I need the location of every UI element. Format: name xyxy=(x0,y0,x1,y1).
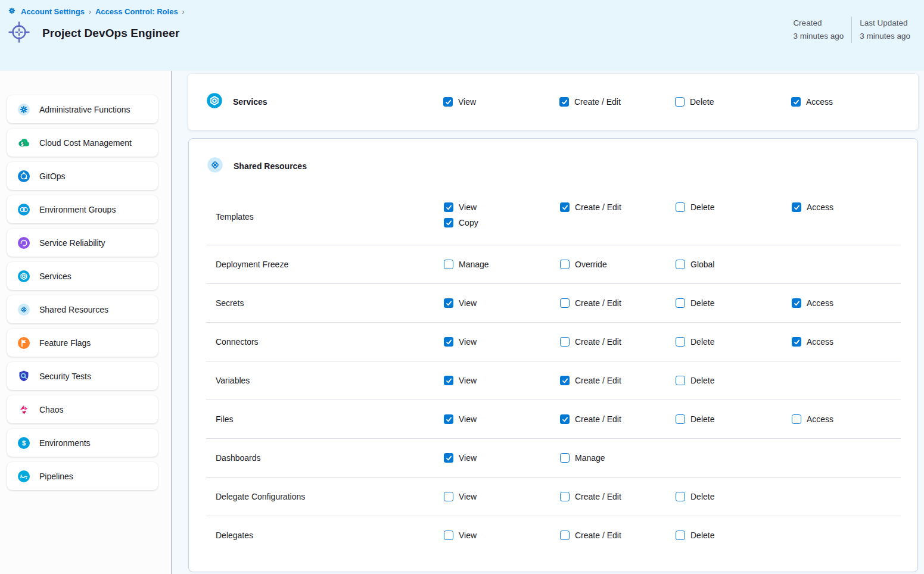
permission-label: View xyxy=(459,492,477,501)
sidebar-item-cloud-cost-management[interactable]: $Cloud Cost Management xyxy=(7,129,158,157)
permission-row-files: FilesViewCreate / EditDeleteAccess xyxy=(189,400,917,438)
view-checkbox[interactable] xyxy=(444,453,453,463)
access-checkbox[interactable] xyxy=(792,298,801,308)
create-edit-checkbox[interactable] xyxy=(560,531,570,540)
permission-label: Create / Edit xyxy=(575,202,621,212)
permission-label: Access xyxy=(807,414,833,424)
page-header: Account Settings › Access Control: Roles… xyxy=(0,0,924,71)
permission-label: Delete xyxy=(690,337,714,347)
breadcrumb-separator-icon: › xyxy=(89,8,91,16)
delete-checkbox[interactable] xyxy=(676,414,685,424)
view-checkbox[interactable] xyxy=(444,298,453,308)
sidebar-item-shared-resources[interactable]: Shared Resources xyxy=(7,295,158,323)
resource-categories-sidebar: Administrative Functions$Cloud Cost Mana… xyxy=(0,71,172,574)
permission-cell: ViewCopy xyxy=(444,188,560,227)
breadcrumb-access-control-roles[interactable]: Access Control: Roles xyxy=(95,7,178,16)
override-checkbox[interactable] xyxy=(560,260,570,269)
create-edit-checkbox[interactable] xyxy=(560,492,570,501)
permission-cell: Delete xyxy=(675,97,791,107)
permission-cell: View xyxy=(444,531,560,540)
view-checkbox[interactable] xyxy=(444,376,453,385)
permission-label: View xyxy=(459,414,477,424)
access-checkbox[interactable] xyxy=(792,337,801,347)
permission-create-edit: Create / Edit xyxy=(560,376,676,385)
create-edit-checkbox[interactable] xyxy=(560,202,570,212)
permission-view: View xyxy=(444,337,560,347)
breadcrumb-separator-icon: › xyxy=(182,8,185,16)
permission-label: View xyxy=(458,97,476,107)
create-edit-checkbox[interactable] xyxy=(559,97,569,107)
create-edit-checkbox[interactable] xyxy=(560,337,570,347)
role-title-row: Project DevOps Engineer xyxy=(7,20,914,46)
delete-checkbox[interactable] xyxy=(676,376,685,385)
delete-checkbox[interactable] xyxy=(676,337,685,347)
sidebar-item-label: Chaos xyxy=(39,405,63,414)
sidebar-item-services[interactable]: Services xyxy=(7,262,158,290)
delete-checkbox[interactable] xyxy=(676,298,685,308)
create-edit-checkbox[interactable] xyxy=(560,298,570,308)
environments-icon: $ xyxy=(17,436,30,450)
sidebar-item-feature-flags[interactable]: Feature Flags xyxy=(7,329,158,357)
permission-cell: Access xyxy=(792,337,917,347)
create-edit-checkbox[interactable] xyxy=(560,414,570,424)
access-checkbox[interactable] xyxy=(792,414,801,424)
access-checkbox[interactable] xyxy=(792,202,801,212)
permission-label: Create / Edit xyxy=(574,97,621,107)
sidebar-item-administrative-functions[interactable]: Administrative Functions xyxy=(7,95,158,123)
view-checkbox[interactable] xyxy=(444,414,453,424)
shared-resources-icon xyxy=(207,157,223,176)
global-checkbox[interactable] xyxy=(676,260,685,269)
view-checkbox[interactable] xyxy=(444,531,453,540)
manage-checkbox[interactable] xyxy=(560,453,570,463)
view-checkbox[interactable] xyxy=(444,337,453,347)
permission-label: Delete xyxy=(690,97,714,107)
sidebar-item-environment-groups[interactable]: Environment Groups xyxy=(7,195,158,223)
copy-checkbox[interactable] xyxy=(444,218,453,227)
permission-cell: Delete xyxy=(676,337,792,347)
permission-label: Override xyxy=(575,260,607,269)
create-edit-checkbox[interactable] xyxy=(560,376,570,385)
permission-cell: View xyxy=(444,453,560,463)
permission-manage: Manage xyxy=(560,453,676,463)
permission-label: Delete xyxy=(690,298,714,308)
sidebar-item-label: Environments xyxy=(39,438,91,448)
permission-view: View xyxy=(444,531,560,540)
sidebar-item-environments[interactable]: $Environments xyxy=(7,429,158,457)
permission-cell: Delete xyxy=(676,492,792,501)
delete-checkbox[interactable] xyxy=(675,97,685,107)
permission-row-secrets: SecretsViewCreate / EditDeleteAccess xyxy=(189,284,917,322)
sidebar-item-label: Shared Resources xyxy=(39,305,108,314)
permission-view: View xyxy=(444,298,560,308)
services-permissions-row: Services ViewCreate / EditDeleteAccess xyxy=(188,92,918,111)
permission-cell: Create / Edit xyxy=(560,337,676,347)
sidebar-item-label: Cloud Cost Management xyxy=(39,138,132,148)
access-checkbox[interactable] xyxy=(791,97,801,107)
permission-cell: Access xyxy=(792,188,917,212)
manage-checkbox[interactable] xyxy=(444,260,453,269)
view-checkbox[interactable] xyxy=(444,202,453,212)
delete-checkbox[interactable] xyxy=(676,531,685,540)
permission-cell: Create / Edit xyxy=(560,492,676,501)
permission-label: View xyxy=(459,453,477,463)
shared-resources-card-header: Shared Resources xyxy=(189,139,917,176)
view-checkbox[interactable] xyxy=(443,97,453,107)
sidebar-item-chaos[interactable]: Chaos xyxy=(7,395,158,423)
sidebar-item-label: Security Tests xyxy=(39,372,91,381)
sidebar-item-pipelines[interactable]: Pipelines xyxy=(7,462,158,490)
permission-cell: Delete xyxy=(676,188,792,212)
sidebar-item-label: Administrative Functions xyxy=(39,105,130,114)
sidebar-item-gitops[interactable]: GitOps xyxy=(7,162,158,190)
permission-view: View xyxy=(443,97,559,107)
view-checkbox[interactable] xyxy=(444,492,453,501)
delete-checkbox[interactable] xyxy=(676,492,685,501)
permission-view: View xyxy=(444,492,560,501)
permission-row-deployment-freeze: Deployment FreezeManageOverrideGlobal xyxy=(189,245,917,283)
delete-checkbox[interactable] xyxy=(676,202,685,212)
permission-cell: Manage xyxy=(560,453,676,463)
permission-delete: Delete xyxy=(676,492,792,501)
sidebar-item-service-reliability[interactable]: Service Reliability xyxy=(7,229,158,257)
permission-label: Create / Edit xyxy=(575,492,621,501)
breadcrumb-account-settings[interactable]: Account Settings xyxy=(21,7,85,16)
sidebar-item-security-tests[interactable]: Security Tests xyxy=(7,362,158,390)
permission-override: Override xyxy=(560,260,676,269)
